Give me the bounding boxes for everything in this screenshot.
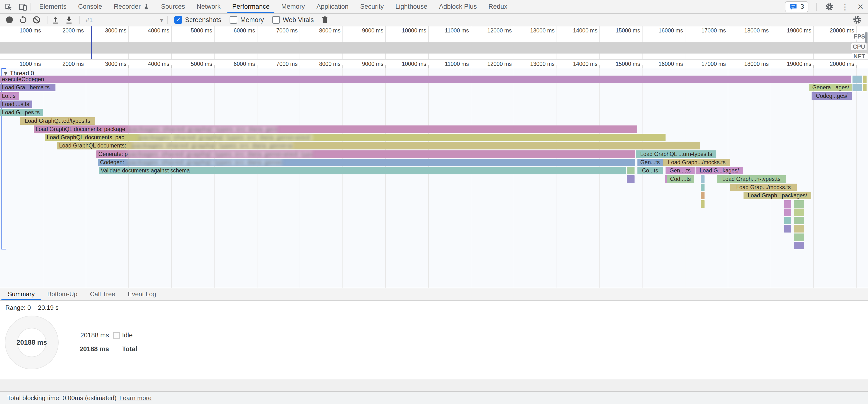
flame-bar-cod-ts[interactable]: Cod....ts [667,175,694,183]
flame-bar-load-graph-mocks-ts[interactable]: Load Graph.../mocks.ts [663,159,730,166]
summary-scrollbar-track[interactable] [0,379,868,392]
tab-performance[interactable]: Performance [226,0,276,13]
flame-bar[interactable] [701,192,705,199]
flame-bar-codegen[interactable]: Codegen:packages shared graphql types sr… [98,159,635,166]
inspect-element-icon[interactable] [3,2,13,12]
ruler-tick-mark [856,65,857,68]
flame-bar[interactable] [784,225,791,232]
flame-bar-load-graph-packages[interactable]: Load Graph...packages/ [744,192,811,199]
flame-bar-executecodegen[interactable]: executeCodegen [0,75,851,83]
flame-bar-co-ts[interactable]: Co...ts [638,167,662,175]
tab-lighthouse[interactable]: Lighthouse [390,0,433,13]
overview-playhead[interactable] [91,26,92,59]
tab-console[interactable]: Console [72,0,108,13]
clear-recording-icon[interactable] [31,14,42,25]
flame-bar-validate-documents-against-schema[interactable]: Validate documents against schema [99,167,626,175]
flame-bar-load-graph-n-types-ts[interactable]: Load Graph...n-types.ts [717,175,786,183]
flame-bar-lo-s[interactable]: Lo...s [0,92,20,100]
flame-bar[interactable] [784,217,791,224]
checkbox-unchecked-icon[interactable] [229,16,237,24]
vertical-scrollbar-thumb[interactable] [865,32,868,43]
tab-redux[interactable]: Redux [483,0,513,13]
flame-bar[interactable] [794,209,804,216]
flame-bar-load-graphql-urn-types-ts[interactable]: Load GraphQL ...urn-types.ts [636,150,716,158]
flame-bar[interactable] [784,209,791,216]
tab-memory[interactable]: Memory [275,0,311,13]
tab-adblock-plus[interactable]: Adblock Plus [433,0,483,13]
flame-bar[interactable] [794,234,804,241]
tab-elements[interactable]: Elements [33,0,72,13]
reload-and-record-icon[interactable] [18,14,29,25]
tab-label: Adblock Plus [439,3,477,10]
flame-bar-genera-ages[interactable]: Genera...ages/ [809,84,852,91]
flame-bar-load-graphql-documents[interactable]: Load GraphQL documents:packages shared g… [57,142,700,150]
flame-bar[interactable] [852,84,862,91]
flame-bar[interactable] [627,175,634,183]
tab-sources[interactable]: Sources [155,0,191,13]
checkbox-unchecked-icon[interactable] [272,16,280,24]
flame-bar-label: Lo...s [2,93,16,99]
tab-recorder[interactable]: Recorder [108,0,155,13]
timeline-overview[interactable]: 1000 ms2000 ms3000 ms4000 ms5000 ms6000 … [0,26,868,60]
flame-bar-load-g-pes-ts[interactable]: Load G...pes.ts [0,109,42,116]
flame-bar[interactable] [784,200,791,208]
flame-gridline [856,68,857,288]
flame-bar-gen-ts[interactable]: Gen...ts [638,159,662,166]
flame-bar[interactable] [794,225,804,232]
flame-bar-load-grap-mocks-ts[interactable]: Load Grap.../mocks.ts [730,184,797,191]
more-options-kebab-icon[interactable]: ⋮ [840,2,850,12]
load-profile-icon[interactable] [50,14,61,25]
flame-bar[interactable] [701,184,705,191]
flame-bar[interactable] [701,200,705,208]
checkbox-screenshots[interactable]: ✓Screenshots [175,16,221,24]
flame-bar[interactable] [701,175,705,183]
flame-bar[interactable] [627,167,634,175]
flame-gridline [471,68,471,288]
details-tab-call-tree[interactable]: Call Tree [84,288,122,300]
close-devtools-icon[interactable]: ✕ [856,2,866,12]
flame-bar[interactable] [863,75,867,83]
flame-bar-load-graphq-ed-types-ts[interactable]: Load GraphQ...ed/types.ts [20,117,95,125]
ruler-tick-label: 7000 ms [261,61,298,67]
learn-more-link[interactable]: Learn more [119,394,152,402]
overview-tick-label: 13000 ms [518,27,555,34]
flame-bar[interactable] [863,84,867,91]
flame-bar[interactable] [794,242,804,249]
flame-bar-codeg-ges[interactable]: Codeg...ges/ [812,92,852,100]
details-tab-bottom-up[interactable]: Bottom-Up [41,288,84,300]
flame-bar[interactable] [794,217,804,224]
device-toolbar-icon[interactable] [18,2,28,12]
ruler-tick-mark [642,65,643,68]
tab-application[interactable]: Application [311,0,354,13]
record-button[interactable] [4,14,15,25]
tab-security[interactable]: Security [354,0,390,13]
details-tab-summary[interactable]: Summary [1,288,41,300]
garbage-collect-icon[interactable] [319,14,330,25]
flame-bar-gen-ts[interactable]: Gen....ts [665,167,694,175]
toolbar-right-separator [848,16,849,24]
flame-bar-generate-p[interactable]: Generate: ppackages shared graphql types… [96,150,635,158]
issues-button[interactable]: 3 [785,1,808,12]
tab-network[interactable]: Network [191,0,226,13]
disclosure-triangle-icon: ▼ [4,71,7,76]
flame-bar-load-graphql-documents-pac[interactable]: Load GraphQL documents: pacpackages shar… [45,134,665,141]
checkbox-web-vitals[interactable]: Web Vitals [272,16,314,24]
checkbox-memory[interactable]: Memory [229,16,264,24]
flame-bar-load-s-ts[interactable]: Load ...s.ts [0,100,32,108]
flame-bar-label: Load GraphQ...ed/types.ts [25,118,90,124]
capture-settings-gear-icon[interactable] [851,14,863,25]
save-profile-icon[interactable] [63,14,74,25]
details-tab-event-log[interactable]: Event Log [122,288,162,300]
flame-bar-load-graphql-documents-package[interactable]: Load GraphQL documents: packagepackages … [34,125,637,133]
checkbox-checked-icon[interactable]: ✓ [175,16,182,24]
settings-gear-icon[interactable] [825,2,835,12]
flame-bar-label: executeCodegen [2,76,44,83]
ruler-tick-mark [43,65,43,68]
flame-bar-load-gra-hema-ts[interactable]: Load Gra...hema.ts [0,84,56,91]
flamechart-main[interactable]: ▼ Thread 0 executeCodegenLoad Gra...hema… [0,68,868,288]
ruler-tick-mark [813,65,814,68]
history-dropdown[interactable]: #1 ▼ [86,16,163,24]
flame-bar-load-g-kages[interactable]: Load G...kages/ [695,167,743,175]
flame-bar[interactable] [794,200,804,208]
flame-bar[interactable] [852,75,862,83]
